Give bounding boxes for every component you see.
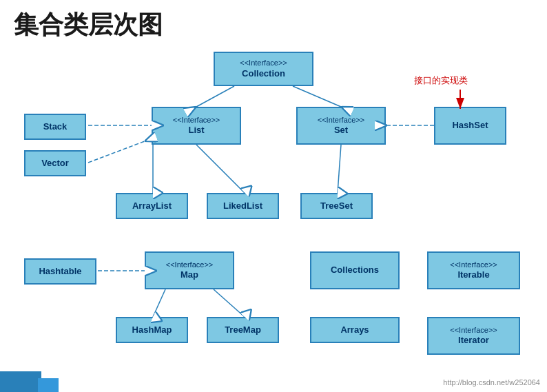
- bottom-deco-mid: [38, 378, 59, 392]
- svg-line-3: [293, 86, 341, 107]
- box-arrays: Arrays: [310, 317, 400, 343]
- box-collections: Collections: [310, 251, 400, 289]
- box-list: <<Interface>> List: [152, 107, 241, 145]
- svg-line-5: [88, 141, 145, 163]
- svg-line-9: [338, 145, 341, 193]
- box-treemap: TreeMap: [207, 317, 279, 343]
- watermark: http://blog.csdn.net/w252064: [443, 378, 540, 386]
- box-collection: <<Interface>> Collection: [214, 52, 313, 86]
- box-linkedlist: LikedList: [207, 193, 279, 219]
- box-set: <<Interface>> Set: [296, 107, 386, 145]
- page-container: 集合类层次图 <<Interface>> Collection Stack <<…: [0, 0, 547, 392]
- svg-line-12: [214, 289, 245, 317]
- page-title: 集合类层次图: [14, 8, 163, 42]
- box-iterator: <<Interface>> Iterator: [427, 317, 520, 355]
- box-arraylist: ArrayList: [116, 193, 188, 219]
- box-hashmap: HashMap: [116, 317, 188, 343]
- svg-line-8: [196, 145, 245, 193]
- box-vector: Vector: [24, 150, 86, 176]
- box-treeset: TreeSet: [300, 193, 373, 219]
- box-iterable: <<Interface>> Iterable: [427, 251, 520, 289]
- box-hashtable: Hashtable: [24, 258, 96, 285]
- annotation-text: 接口的实现类: [414, 74, 468, 87]
- box-map: <<Interface>> Map: [145, 251, 234, 289]
- bottom-deco-left: [0, 371, 41, 392]
- box-hashset: HashSet: [434, 107, 506, 145]
- svg-line-11: [153, 289, 165, 317]
- svg-line-2: [196, 86, 234, 107]
- box-stack: Stack: [24, 114, 86, 140]
